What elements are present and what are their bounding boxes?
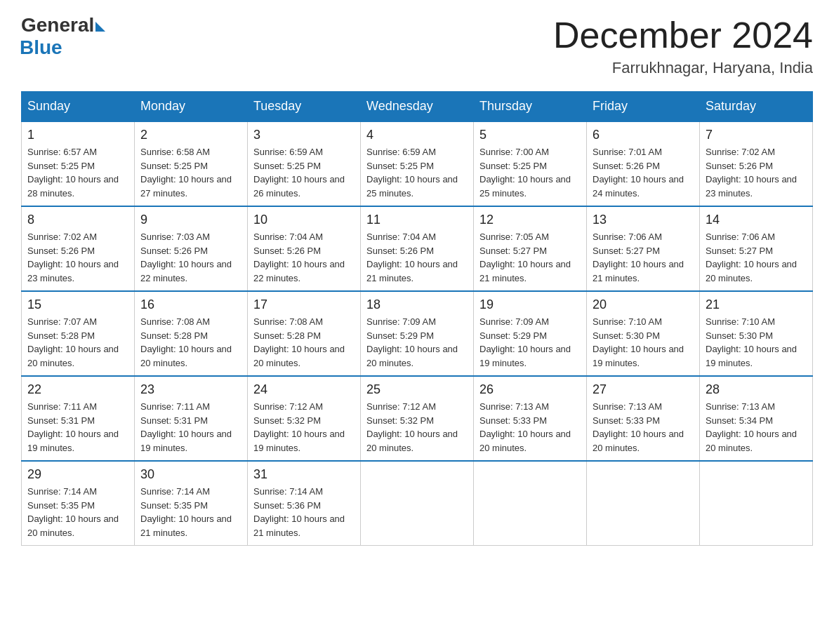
calendar-cell	[474, 461, 587, 546]
day-number: 17	[253, 297, 355, 312]
calendar-cell: 29Sunrise: 7:14 AMSunset: 5:35 PMDayligh…	[22, 461, 135, 546]
day-number: 13	[593, 213, 694, 227]
calendar-cell: 28Sunrise: 7:13 AMSunset: 5:34 PMDayligh…	[700, 376, 813, 461]
day-info: Sunrise: 7:06 AMSunset: 5:27 PMDaylight:…	[593, 230, 694, 285]
week-row-1: 1Sunrise: 6:57 AMSunset: 5:25 PMDaylight…	[22, 121, 813, 206]
day-number: 28	[706, 382, 807, 397]
calendar-cell: 24Sunrise: 7:12 AMSunset: 5:32 PMDayligh…	[248, 376, 361, 461]
day-number: 21	[706, 297, 807, 312]
day-info: Sunrise: 6:59 AMSunset: 5:25 PMDaylight:…	[253, 145, 355, 200]
day-number: 10	[253, 213, 355, 227]
week-row-4: 22Sunrise: 7:11 AMSunset: 5:31 PMDayligh…	[22, 376, 813, 461]
day-info: Sunrise: 7:09 AMSunset: 5:29 PMDaylight:…	[479, 315, 581, 370]
day-number: 4	[366, 128, 468, 142]
day-info: Sunrise: 6:58 AMSunset: 5:25 PMDaylight:…	[140, 145, 241, 200]
day-number: 20	[593, 297, 694, 312]
day-info: Sunrise: 7:11 AMSunset: 5:31 PMDaylight:…	[140, 400, 241, 455]
calendar-cell: 3Sunrise: 6:59 AMSunset: 5:25 PMDaylight…	[248, 121, 361, 206]
day-info: Sunrise: 7:09 AMSunset: 5:29 PMDaylight:…	[366, 315, 468, 370]
day-number: 27	[593, 382, 694, 397]
calendar-cell: 11Sunrise: 7:04 AMSunset: 5:26 PMDayligh…	[361, 206, 474, 291]
day-info: Sunrise: 7:02 AMSunset: 5:26 PMDaylight:…	[706, 145, 807, 200]
day-number: 7	[706, 128, 807, 142]
calendar-cell: 15Sunrise: 7:07 AMSunset: 5:28 PMDayligh…	[22, 291, 135, 376]
header-monday: Monday	[135, 92, 248, 122]
calendar-subtitle: Farrukhnagar, Haryana, India	[553, 59, 813, 77]
day-info: Sunrise: 7:13 AMSunset: 5:34 PMDaylight:…	[706, 400, 807, 455]
day-info: Sunrise: 7:14 AMSunset: 5:35 PMDaylight:…	[140, 485, 241, 539]
calendar-cell: 5Sunrise: 7:00 AMSunset: 5:25 PMDaylight…	[474, 121, 587, 206]
calendar-cell: 4Sunrise: 6:59 AMSunset: 5:25 PMDaylight…	[361, 121, 474, 206]
calendar-cell: 13Sunrise: 7:06 AMSunset: 5:27 PMDayligh…	[587, 206, 700, 291]
calendar-cell: 26Sunrise: 7:13 AMSunset: 5:33 PMDayligh…	[474, 376, 587, 461]
calendar-cell: 1Sunrise: 6:57 AMSunset: 5:25 PMDaylight…	[22, 121, 135, 206]
calendar-cell: 2Sunrise: 6:58 AMSunset: 5:25 PMDaylight…	[135, 121, 248, 206]
day-number: 15	[27, 297, 128, 312]
calendar-header-row: SundayMondayTuesdayWednesdayThursdayFrid…	[22, 92, 813, 122]
day-info: Sunrise: 7:13 AMSunset: 5:33 PMDaylight:…	[593, 400, 694, 455]
calendar-cell	[587, 461, 700, 546]
header-friday: Friday	[587, 92, 700, 122]
calendar-cell: 17Sunrise: 7:08 AMSunset: 5:28 PMDayligh…	[248, 291, 361, 376]
calendar-cell	[700, 461, 813, 546]
day-info: Sunrise: 7:10 AMSunset: 5:30 PMDaylight:…	[706, 315, 807, 370]
calendar-cell: 6Sunrise: 7:01 AMSunset: 5:26 PMDaylight…	[587, 121, 700, 206]
day-info: Sunrise: 7:14 AMSunset: 5:35 PMDaylight:…	[27, 485, 128, 539]
day-number: 2	[140, 128, 241, 142]
day-number: 23	[140, 382, 241, 397]
day-info: Sunrise: 7:11 AMSunset: 5:31 PMDaylight:…	[27, 400, 128, 455]
day-number: 26	[479, 382, 581, 397]
day-number: 8	[27, 213, 128, 227]
day-info: Sunrise: 7:04 AMSunset: 5:26 PMDaylight:…	[253, 230, 355, 285]
day-info: Sunrise: 6:57 AMSunset: 5:25 PMDaylight:…	[27, 145, 128, 200]
logo-arrow-icon	[95, 22, 105, 32]
calendar-cell: 23Sunrise: 7:11 AMSunset: 5:31 PMDayligh…	[135, 376, 248, 461]
day-info: Sunrise: 7:08 AMSunset: 5:28 PMDaylight:…	[253, 315, 355, 370]
calendar-cell: 16Sunrise: 7:08 AMSunset: 5:28 PMDayligh…	[135, 291, 248, 376]
day-info: Sunrise: 7:03 AMSunset: 5:26 PMDaylight:…	[140, 230, 241, 285]
header-tuesday: Tuesday	[248, 92, 361, 122]
calendar-table: SundayMondayTuesdayWednesdayThursdayFrid…	[21, 91, 813, 546]
header-wednesday: Wednesday	[361, 92, 474, 122]
logo: General Blue	[21, 14, 105, 59]
calendar-cell: 31Sunrise: 7:14 AMSunset: 5:36 PMDayligh…	[248, 461, 361, 546]
header-saturday: Saturday	[700, 92, 813, 122]
day-info: Sunrise: 7:02 AMSunset: 5:26 PMDaylight:…	[27, 230, 128, 285]
calendar-cell: 7Sunrise: 7:02 AMSunset: 5:26 PMDaylight…	[700, 121, 813, 206]
calendar-cell: 10Sunrise: 7:04 AMSunset: 5:26 PMDayligh…	[248, 206, 361, 291]
day-number: 29	[27, 467, 128, 482]
day-info: Sunrise: 7:07 AMSunset: 5:28 PMDaylight:…	[27, 315, 128, 370]
day-number: 19	[479, 297, 581, 312]
day-number: 9	[140, 213, 241, 227]
day-info: Sunrise: 7:10 AMSunset: 5:30 PMDaylight:…	[593, 315, 694, 370]
calendar-cell: 25Sunrise: 7:12 AMSunset: 5:32 PMDayligh…	[361, 376, 474, 461]
day-info: Sunrise: 7:08 AMSunset: 5:28 PMDaylight:…	[140, 315, 241, 370]
day-number: 24	[253, 382, 355, 397]
day-number: 18	[366, 297, 468, 312]
day-info: Sunrise: 7:12 AMSunset: 5:32 PMDaylight:…	[253, 400, 355, 455]
calendar-cell: 18Sunrise: 7:09 AMSunset: 5:29 PMDayligh…	[361, 291, 474, 376]
calendar-cell: 20Sunrise: 7:10 AMSunset: 5:30 PMDayligh…	[587, 291, 700, 376]
header-thursday: Thursday	[474, 92, 587, 122]
day-info: Sunrise: 7:05 AMSunset: 5:27 PMDaylight:…	[479, 230, 581, 285]
logo-blue-text: Blue	[20, 36, 62, 59]
day-info: Sunrise: 7:04 AMSunset: 5:26 PMDaylight:…	[366, 230, 468, 285]
week-row-2: 8Sunrise: 7:02 AMSunset: 5:26 PMDaylight…	[22, 206, 813, 291]
day-number: 16	[140, 297, 241, 312]
calendar-cell: 27Sunrise: 7:13 AMSunset: 5:33 PMDayligh…	[587, 376, 700, 461]
day-number: 22	[27, 382, 128, 397]
calendar-cell: 19Sunrise: 7:09 AMSunset: 5:29 PMDayligh…	[474, 291, 587, 376]
calendar-cell: 8Sunrise: 7:02 AMSunset: 5:26 PMDaylight…	[22, 206, 135, 291]
day-info: Sunrise: 7:06 AMSunset: 5:27 PMDaylight:…	[706, 230, 807, 285]
day-number: 5	[479, 128, 581, 142]
calendar-cell: 14Sunrise: 7:06 AMSunset: 5:27 PMDayligh…	[700, 206, 813, 291]
calendar-cell: 30Sunrise: 7:14 AMSunset: 5:35 PMDayligh…	[135, 461, 248, 546]
header-sunday: Sunday	[22, 92, 135, 122]
day-info: Sunrise: 7:13 AMSunset: 5:33 PMDaylight:…	[479, 400, 581, 455]
calendar-cell: 9Sunrise: 7:03 AMSunset: 5:26 PMDaylight…	[135, 206, 248, 291]
calendar-title: December 2024	[553, 14, 813, 56]
week-row-3: 15Sunrise: 7:07 AMSunset: 5:28 PMDayligh…	[22, 291, 813, 376]
calendar-cell: 21Sunrise: 7:10 AMSunset: 5:30 PMDayligh…	[700, 291, 813, 376]
day-number: 12	[479, 213, 581, 227]
day-number: 14	[706, 213, 807, 227]
